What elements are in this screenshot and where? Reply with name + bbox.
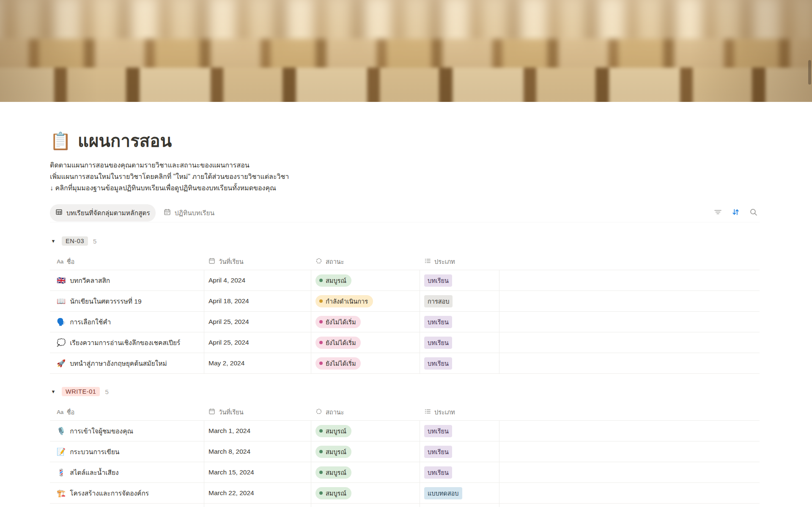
cell-status[interactable]: สมบูรณ์ — [311, 421, 420, 441]
cell-type[interactable]: บทเรียน — [420, 270, 499, 290]
type-badge[interactable]: การสอบ — [424, 295, 453, 307]
cell-status[interactable]: กำลังดำเนินการ — [311, 291, 420, 311]
scrollbar[interactable] — [808, 60, 811, 85]
row-title[interactable]: เรียงความการอ่านเชิงลึกของเชคสเปียร์ — [70, 337, 180, 348]
cell-date[interactable]: April 25, 2024 — [204, 332, 311, 353]
table-row[interactable]: 📝 กระบวนการเขียน March 8, 2024 สมบูรณ์ บ… — [50, 441, 760, 462]
view-tab-calendar[interactable]: ปฏิทินบทเรียน — [158, 204, 220, 222]
row-title[interactable]: บทนำสู่ภาษาอังกฤษยุคต้นสมัยใหม่ — [70, 358, 167, 369]
cell-name[interactable]: 🕵️ การวิจัยและการอ้างอิง — [50, 504, 204, 507]
type-badge[interactable]: แบบทดสอบ — [424, 487, 462, 499]
type-badge[interactable]: บทเรียน — [424, 466, 452, 479]
clipboard-page-icon[interactable]: 📋 — [50, 132, 71, 149]
table-row[interactable]: 🎙️ การเข้าใจผู้ชมของคุณ March 1, 2024 สม… — [50, 421, 760, 441]
sort-button[interactable] — [730, 208, 741, 219]
cell-status[interactable]: สมบูรณ์ — [311, 483, 420, 503]
column-header-name[interactable]: Aa ชื่อ — [50, 407, 204, 417]
column-header-type[interactable]: ประเภท — [420, 407, 499, 417]
cell-status[interactable]: ยังไม่ได้เริ่ม — [311, 312, 420, 332]
cell-name[interactable]: 📖 นักเขียนในศตวรรรษที่ 19 — [50, 291, 204, 311]
cell-name[interactable]: 🗣️ การเลือกใช้คำ — [50, 312, 204, 332]
row-title[interactable]: การเลือกใช้คำ — [70, 317, 111, 327]
column-header-name[interactable]: Aa ชื่อ — [50, 257, 204, 266]
status-badge[interactable]: สมบูรณ์ — [315, 425, 351, 437]
collapse-caret-icon[interactable]: ▼ — [50, 389, 57, 394]
status-badge[interactable]: สมบูรณ์ — [315, 466, 351, 479]
cell-name[interactable]: 📝 กระบวนการเขียน — [50, 441, 204, 462]
description-line: ติดตามแผนการสอนของคุณตามรายวิชาและสถานะข… — [50, 159, 760, 171]
cell-type[interactable]: บทเรียน — [420, 312, 499, 332]
cell-date[interactable]: March 29, 2024 — [204, 504, 311, 507]
collapse-caret-icon[interactable]: ▼ — [50, 238, 57, 244]
table-row[interactable]: 🇬🇧 บทกวีคลาสสิก April 4, 2024 สมบูรณ์ บท… — [50, 270, 760, 291]
cell-date[interactable]: March 8, 2024 — [204, 441, 311, 462]
view-tab-table[interactable]: บทเรียนที่จัดกลุ่มตามหลักสูตร — [50, 204, 156, 222]
group-badge[interactable]: WRITE-01 — [62, 387, 100, 396]
table-row[interactable]: 🚀 บทนำสู่ภาษาอังกฤษยุคต้นสมัยใหม่ May 2,… — [50, 353, 760, 374]
table-row[interactable]: 🏗️ โครงสร้างและการจัดองค์กร March 22, 20… — [50, 483, 760, 504]
cover-image[interactable] — [0, 0, 812, 102]
cell-type[interactable]: บทเรียน — [420, 353, 499, 373]
cell-type[interactable]: บทเรียน — [420, 462, 499, 482]
table-row[interactable]: 🗣️ การเลือกใช้คำ April 25, 2024 ยังไม่ได… — [50, 312, 760, 332]
row-title[interactable]: โครงสร้างและการจัดองค์กร — [70, 488, 149, 499]
cell-date[interactable]: April 4, 2024 — [204, 270, 311, 290]
view-tab-label: บทเรียนที่จัดกลุ่มตามหลักสูตร — [66, 208, 150, 218]
cell-name[interactable]: 🏗️ โครงสร้างและการจัดองค์กร — [50, 483, 204, 503]
table-row[interactable]: 💭 เรียงความการอ่านเชิงลึกของเชคสเปียร์ A… — [50, 332, 760, 353]
status-badge[interactable]: ยังไม่ได้เริ่ม — [315, 316, 361, 328]
status-badge[interactable]: สมบูรณ์ — [315, 446, 351, 458]
cell-status[interactable]: ยังไม่ได้เริ่ม — [311, 332, 420, 353]
cell-date[interactable]: May 2, 2024 — [204, 353, 311, 373]
type-badge[interactable]: บทเรียน — [424, 446, 452, 458]
search-button[interactable] — [748, 208, 759, 219]
cell-name[interactable]: 💭 เรียงความการอ่านเชิงลึกของเชคสเปียร์ — [50, 332, 204, 353]
row-title[interactable]: การเข้าใจผู้ชมของคุณ — [70, 426, 133, 436]
cell-name[interactable]: 💈 สไตล์และน้ำเสียง — [50, 462, 204, 482]
cell-type[interactable]: บทเรียน — [420, 504, 499, 507]
table-row[interactable]: 📖 นักเขียนในศตวรรรษที่ 19 April 18, 2024… — [50, 291, 760, 312]
column-header-status[interactable]: สถานะ — [311, 407, 420, 417]
type-badge[interactable]: บทเรียน — [424, 274, 452, 287]
column-header-status[interactable]: สถานะ — [311, 257, 420, 266]
cell-name[interactable]: 🇬🇧 บทกวีคลาสสิก — [50, 270, 204, 290]
cell-date[interactable]: March 1, 2024 — [204, 421, 311, 441]
status-badge[interactable]: กำลังดำเนินการ — [315, 295, 373, 307]
status-badge[interactable]: สมบูรณ์ — [315, 274, 351, 287]
cell-date[interactable]: April 25, 2024 — [204, 312, 311, 332]
type-badge[interactable]: บทเรียน — [424, 357, 452, 370]
cell-status[interactable]: สมบูรณ์ — [311, 462, 420, 482]
status-badge[interactable]: ยังไม่ได้เริ่ม — [315, 337, 361, 349]
filter-button[interactable] — [712, 208, 723, 219]
cell-date[interactable]: March 22, 2024 — [204, 483, 311, 503]
column-header-date[interactable]: วันที่เรียน — [204, 407, 311, 417]
cell-status[interactable]: ยังไม่ได้เริ่ม — [311, 353, 420, 373]
cell-status[interactable]: สมบูรณ์ — [311, 441, 420, 462]
type-badge[interactable]: บทเรียน — [424, 425, 452, 437]
row-title[interactable]: สไตล์และน้ำเสียง — [70, 467, 118, 478]
table-row[interactable]: 🕵️ การวิจัยและการอ้างอิง March 29, 2024 … — [50, 504, 760, 507]
cell-name[interactable]: 🚀 บทนำสู่ภาษาอังกฤษยุคต้นสมัยใหม่ — [50, 353, 204, 373]
column-header-date[interactable]: วันที่เรียน — [204, 257, 311, 266]
cell-date[interactable]: April 18, 2024 — [204, 291, 311, 311]
cell-date[interactable]: March 15, 2024 — [204, 462, 311, 482]
description-line: ↓ คลิกที่มุมมองฐานข้อมูลปฏิทินบทเรียนเพื… — [50, 182, 760, 194]
column-header-type[interactable]: ประเภท — [420, 257, 499, 266]
status-badge[interactable]: สมบูรณ์ — [315, 487, 351, 499]
table-row[interactable]: 💈 สไตล์และน้ำเสียง March 15, 2024 สมบูรณ… — [50, 462, 760, 483]
cell-type[interactable]: บทเรียน — [420, 441, 499, 462]
cell-name[interactable]: 🎙️ การเข้าใจผู้ชมของคุณ — [50, 421, 204, 441]
type-badge[interactable]: บทเรียน — [424, 316, 452, 328]
cell-status[interactable]: ยังไม่ได้เริ่ม — [311, 504, 420, 507]
row-title[interactable]: บทกวีคลาสสิก — [70, 275, 110, 286]
status-badge[interactable]: ยังไม่ได้เริ่ม — [315, 357, 361, 370]
type-badge[interactable]: บทเรียน — [424, 337, 452, 349]
row-title[interactable]: นักเขียนในศตวรรรษที่ 19 — [70, 296, 141, 307]
row-title[interactable]: กระบวนการเขียน — [70, 447, 119, 457]
group-badge[interactable]: EN-03 — [62, 236, 88, 246]
cell-type[interactable]: บทเรียน — [420, 332, 499, 353]
cell-type[interactable]: บทเรียน — [420, 421, 499, 441]
cell-type[interactable]: แบบทดสอบ — [420, 483, 499, 503]
cell-type[interactable]: การสอบ — [420, 291, 499, 311]
cell-status[interactable]: สมบูรณ์ — [311, 270, 420, 290]
